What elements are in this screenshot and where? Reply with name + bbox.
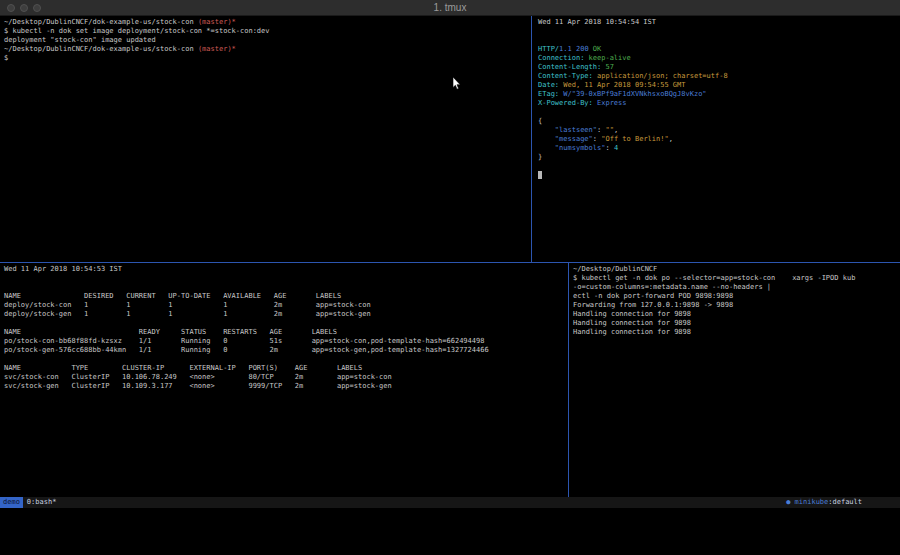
- terminal-line: Wed 11 Apr 2018 10:54:54 IST: [538, 18, 900, 27]
- terminal-line: $ kubectl get -n dok po --selector=app=s…: [573, 274, 900, 283]
- mouse-cursor: [452, 77, 461, 90]
- terminal-line: po/stock-gen-576cc688bb-44kmn 1/1 Runnin…: [4, 346, 568, 355]
- terminal-line: [538, 36, 900, 45]
- terminal-line: Content-Length: 57: [538, 63, 900, 72]
- terminal-line: $ kubectl -n dok set image deployment/st…: [4, 27, 531, 36]
- window-titlebar: 1. tmux: [0, 0, 900, 16]
- kube-namespace: :default: [828, 498, 862, 506]
- pane-top-right-http-response[interactable]: Wed 11 Apr 2018 10:54:54 ISTHTTP/1.1 200…: [532, 16, 900, 262]
- terminal-line: NAME DESIRED CURRENT UP-TO-DATE AVAILABL…: [4, 292, 568, 301]
- terminal-line: [4, 355, 568, 364]
- terminal-line: [4, 283, 568, 292]
- terminal-line: "message": "Off to Berlin!",: [538, 135, 900, 144]
- terminal-line: [538, 162, 900, 171]
- terminal-line: deployment "stock-con" image updated: [4, 36, 531, 45]
- window-label[interactable]: 0:bash*: [27, 497, 57, 508]
- terminal-line: Wed 11 Apr 2018 10:54:53 IST: [4, 265, 568, 274]
- terminal-line: [4, 274, 568, 283]
- status-right: ● minikube:default: [786, 497, 862, 508]
- terminal-line: ectl -n dok port-forward POD 9898:9898: [573, 292, 900, 301]
- pane-bottom-right-port-forward[interactable]: ~/Desktop/DublinCNCF$ kubectl get -n dok…: [569, 263, 900, 497]
- terminal-line: Connection: keep-alive: [538, 54, 900, 63]
- session-name[interactable]: demo: [0, 497, 23, 508]
- terminal-line: deploy/stock-con 1 1 1 1 2m app=stock-co…: [4, 301, 568, 310]
- terminal-line: ~/Desktop/DublinCNCF/dok-example-us/stoc…: [4, 45, 531, 54]
- terminal-line: ~/Desktop/DublinCNCF: [573, 265, 900, 274]
- terminal-line: {: [538, 117, 900, 126]
- pane-divider-horizontal[interactable]: [0, 262, 900, 263]
- terminal-line: "numsymbols": 4: [538, 144, 900, 153]
- terminal-line: -o=custom-columns=:metadata.name --no-he…: [573, 283, 900, 292]
- terminal-line: NAME TYPE CLUSTER-IP EXTERNAL-IP PORT(S)…: [4, 364, 568, 373]
- pane-bottom-left-kubectl-watch[interactable]: Wed 11 Apr 2018 10:54:53 ISTNAME DESIRED…: [0, 263, 568, 497]
- terminal-line: [4, 319, 568, 328]
- terminal-line: Handling connection for 9898: [573, 310, 900, 319]
- desktop: 1. tmux ~/Desktop/DublinCNCF/dok-example…: [0, 0, 900, 555]
- terminal-line: [538, 108, 900, 117]
- pane-divider-vertical-top[interactable]: [531, 16, 532, 262]
- terminal-line: ETag: W/"39-0xBPf9aF1dXVNkhsxoBQgJ8vKzo": [538, 90, 900, 99]
- terminal-line: HTTP/1.1 200 OK: [538, 45, 900, 54]
- pane-top-left-shell[interactable]: ~/Desktop/DublinCNCF/dok-example-us/stoc…: [0, 16, 531, 262]
- tmux-status-bar: demo 0:bash* ● minikube:default: [0, 497, 900, 508]
- terminal-line: $: [4, 54, 531, 63]
- terminal-line: [538, 171, 900, 180]
- window-title: 1. tmux: [0, 2, 900, 13]
- terminal-line: ~/Desktop/DublinCNCF/dok-example-us/stoc…: [4, 18, 531, 27]
- terminal-line: Handling connection for 9898: [573, 319, 900, 328]
- terminal-line: deploy/stock-gen 1 1 1 1 2m app=stock-ge…: [4, 310, 568, 319]
- terminal-line: X-Powered-By: Express: [538, 99, 900, 108]
- terminal-line: }: [538, 153, 900, 162]
- kube-context: ● minikube: [786, 498, 828, 506]
- terminal-line: "lastseen": "",: [538, 126, 900, 135]
- terminal-line: Date: Wed, 11 Apr 2018 09:54:55 GMT: [538, 81, 900, 90]
- terminal-line: Content-Type: application/json; charset=…: [538, 72, 900, 81]
- terminal-line: Handling connection for 9898: [573, 328, 900, 337]
- terminal-line: Forwarding from 127.0.0.1:9898 -> 9898: [573, 301, 900, 310]
- pane-divider-vertical-bottom[interactable]: [568, 263, 569, 497]
- terminal-line: po/stock-con-bb68f88fd-kzsxz 1/1 Running…: [4, 337, 568, 346]
- terminal-line: [538, 27, 900, 36]
- status-left: demo 0:bash*: [0, 497, 56, 508]
- terminal-line: svc/stock-gen ClusterIP 10.109.3.177 <no…: [4, 382, 568, 391]
- terminal-line: NAME READY STATUS RESTARTS AGE LABELS: [4, 328, 568, 337]
- terminal-line: svc/stock-con ClusterIP 10.106.78.249 <n…: [4, 373, 568, 382]
